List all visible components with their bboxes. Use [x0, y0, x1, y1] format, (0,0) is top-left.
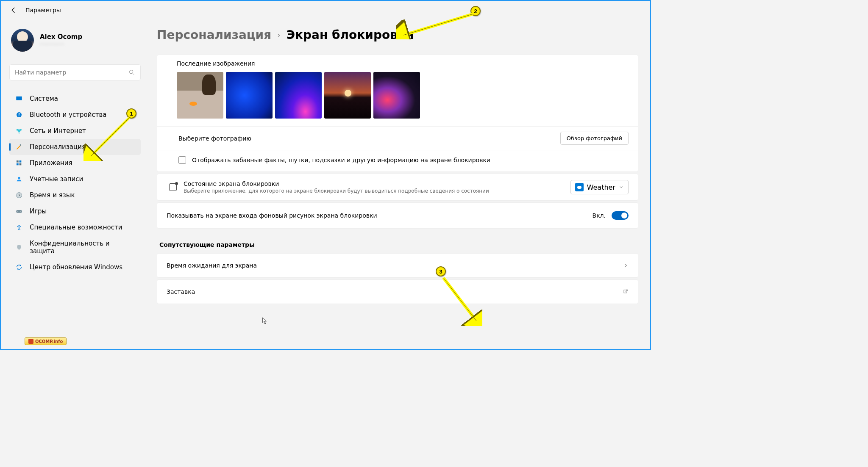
gamepad-icon: [15, 207, 23, 215]
window-title: Параметры: [25, 7, 61, 14]
search-input[interactable]: [15, 69, 128, 76]
svg-point-0: [130, 70, 133, 74]
svg-rect-4: [19, 144, 21, 146]
nav-label: Сеть и Интернет: [30, 127, 86, 135]
svg-rect-5: [17, 160, 19, 163]
avatar: [11, 29, 34, 52]
nav-label: Приложения: [30, 159, 72, 167]
nav-label: Центр обновления Windows: [30, 263, 122, 271]
weather-icon: [575, 183, 584, 191]
svg-rect-8: [19, 163, 22, 166]
main-content: Персонализация › Экран блокировки Послед…: [145, 19, 650, 349]
facts-checkbox[interactable]: [178, 156, 186, 164]
svg-point-13: [17, 211, 18, 212]
signin-bg-toggle[interactable]: [612, 211, 629, 220]
user-email: ············: [40, 41, 82, 47]
nav-item-bluetooth[interactable]: Bluetooth и устройства: [9, 107, 141, 123]
nav-item-privacy[interactable]: Конфиденциальность и защита: [9, 235, 141, 259]
nav-item-network[interactable]: Сеть и Интернет: [9, 123, 141, 139]
paint-icon: [15, 143, 23, 151]
chevron-down-icon: [619, 185, 624, 190]
status-card: Состояние экрана блокировки Выберите при…: [157, 174, 638, 201]
facts-row[interactable]: Отображать забавные факты, шутки, подска…: [157, 150, 638, 171]
link-label: Заставка: [167, 288, 195, 295]
shield-icon: [15, 243, 23, 251]
nav-label: Персонализация: [30, 143, 86, 151]
nav-label: Игры: [30, 207, 47, 215]
user-name: Alex Ocomp: [40, 33, 82, 41]
recent-card: Последние изображения Выберите фотографи…: [157, 55, 638, 172]
related-header: Сопутствующие параметры: [159, 241, 638, 248]
nav-item-gaming[interactable]: Игры: [9, 203, 141, 219]
svg-rect-6: [19, 160, 22, 163]
status-app-label: Weather: [587, 183, 615, 191]
link-screensaver[interactable]: Заставка: [157, 279, 638, 304]
bluetooth-icon: [15, 111, 23, 119]
chevron-right-icon: [623, 263, 629, 268]
breadcrumb: Персонализация › Экран блокировки: [157, 28, 638, 42]
thumb-item[interactable]: [177, 72, 223, 119]
apps-icon: [15, 159, 23, 167]
update-icon: [15, 263, 23, 271]
svg-rect-16: [624, 290, 627, 293]
search-icon: [128, 69, 135, 76]
svg-point-3: [19, 133, 19, 133]
nav-item-accounts[interactable]: Учетные записи: [9, 171, 141, 187]
nav-label: Конфиденциальность и защита: [30, 240, 135, 255]
thumb-item[interactable]: [226, 72, 273, 119]
nav-item-personalization[interactable]: Персонализация: [9, 139, 141, 155]
choose-label: Выберите фотографию: [178, 135, 251, 142]
sidebar: Alex Ocomp ············ Система Bluetoot…: [1, 19, 145, 349]
svg-point-15: [19, 225, 20, 226]
toggle-state: Вкл.: [593, 212, 606, 219]
thumb-item[interactable]: [324, 72, 371, 119]
nav-item-update[interactable]: Центр обновления Windows: [9, 259, 141, 275]
svg-rect-1: [16, 97, 22, 100]
nav-list: Система Bluetooth и устройства Сеть и Ин…: [9, 91, 141, 275]
svg-rect-7: [17, 163, 19, 166]
thumb-item[interactable]: [373, 72, 420, 119]
wifi-icon: [15, 127, 23, 135]
status-app-dropdown[interactable]: Weather: [570, 180, 629, 194]
accessibility-icon: [15, 224, 23, 231]
search-box[interactable]: [9, 64, 141, 80]
nav-label: Специальные возможности: [30, 224, 122, 231]
system-icon: [15, 95, 23, 102]
choose-photo-row: Выберите фотографию Обзор фотографий: [157, 126, 638, 150]
cursor-icon: [262, 317, 268, 324]
page-title: Экран блокировки: [286, 28, 414, 42]
link-label: Время ожидания для экрана: [167, 262, 257, 269]
external-link-icon: [623, 289, 629, 295]
back-button[interactable]: [9, 6, 18, 14]
status-desc: Выберите приложение, для которого на экр…: [184, 188, 564, 194]
chevron-right-icon: ›: [277, 30, 280, 39]
svg-point-14: [20, 211, 21, 212]
signin-bg-label: Показывать на экране входа фоновый рисун…: [167, 212, 377, 219]
link-screen-timeout[interactable]: Время ожидания для экрана: [157, 253, 638, 278]
facts-label: Отображать забавные факты, шутки, подска…: [192, 157, 490, 163]
svg-point-2: [17, 112, 22, 117]
svg-point-9: [18, 177, 20, 179]
thumb-item[interactable]: [275, 72, 322, 119]
recent-label: Последние изображения: [177, 55, 638, 67]
browse-button[interactable]: Обзор фотографий: [560, 132, 629, 145]
status-icon: [169, 183, 177, 191]
nav-label: Система: [30, 95, 58, 102]
status-title: Состояние экрана блокировки: [184, 180, 564, 187]
nav-label: Учетные записи: [30, 175, 83, 183]
nav-item-time[interactable]: Время и язык: [9, 187, 141, 203]
watermark: OCOMP.info: [25, 337, 67, 345]
arrow-left-icon: [10, 6, 17, 14]
nav-item-apps[interactable]: Приложения: [9, 155, 141, 171]
nav-label: Время и язык: [30, 191, 75, 199]
user-profile[interactable]: Alex Ocomp ············: [9, 25, 141, 60]
signin-bg-card: Показывать на экране входа фоновый рисун…: [157, 202, 638, 229]
svg-rect-12: [16, 210, 22, 213]
breadcrumb-parent[interactable]: Персонализация: [157, 28, 271, 42]
nav-item-accessibility[interactable]: Специальные возможности: [9, 219, 141, 235]
recent-thumbs: [177, 72, 638, 119]
clock-icon: [15, 191, 23, 199]
nav-item-system[interactable]: Система: [9, 91, 141, 107]
nav-label: Bluetooth и устройства: [30, 111, 106, 119]
user-icon: [15, 175, 23, 183]
